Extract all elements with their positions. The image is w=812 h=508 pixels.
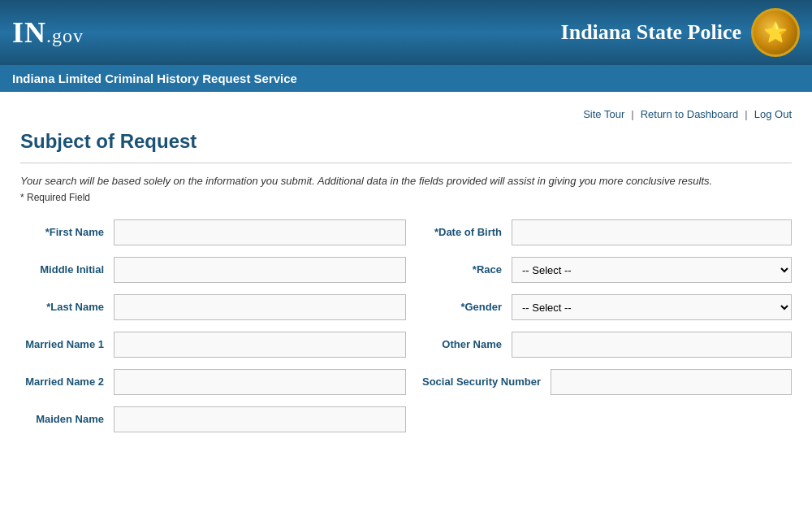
married-name-1-row: Married Name 1 bbox=[20, 332, 406, 358]
married-name-2-label: Married Name 2 bbox=[20, 376, 114, 389]
gender-row: *Gender -- Select -- Male Female bbox=[406, 294, 792, 320]
title-divider bbox=[20, 163, 792, 163]
middle-initial-label: Middle Initial bbox=[20, 263, 114, 277]
separator-2: | bbox=[745, 108, 747, 120]
first-name-row: *First Name bbox=[20, 219, 406, 245]
info-text: Your search will be based solely on the … bbox=[20, 175, 792, 187]
agency-area: Indiana State Police ⭐ bbox=[561, 0, 812, 65]
first-name-label: *First Name bbox=[20, 226, 114, 240]
married-name-1-input[interactable] bbox=[114, 332, 406, 358]
gender-select[interactable]: -- Select -- Male Female bbox=[512, 294, 792, 320]
top-nav: Site Tour | Return to Dashboard | Log Ou… bbox=[20, 108, 792, 120]
married-name-2-row: Married Name 2 bbox=[20, 369, 406, 395]
dob-label: *Date of Birth bbox=[422, 226, 512, 240]
form-grid: *First Name Middle Initial *Last Name Ma… bbox=[20, 219, 792, 444]
other-name-label: Other Name bbox=[422, 338, 512, 352]
first-name-input[interactable] bbox=[114, 219, 406, 245]
maiden-name-row: Maiden Name bbox=[20, 406, 406, 432]
race-select[interactable]: -- Select -- White Black Hispanic Asian … bbox=[512, 257, 792, 283]
site-tour-link[interactable]: Site Tour bbox=[583, 108, 624, 120]
logo-area: IN.gov bbox=[0, 0, 96, 65]
ingov-logo: IN.gov bbox=[12, 15, 84, 50]
ssn-input[interactable] bbox=[551, 369, 792, 395]
page-title: Subject of Request bbox=[20, 130, 792, 153]
sub-header: Indiana Limited Criminal History Request… bbox=[0, 65, 812, 92]
return-dashboard-link[interactable]: Return to Dashboard bbox=[641, 108, 739, 120]
badge-icon: ⭐ bbox=[751, 8, 800, 57]
last-name-label: *Last Name bbox=[20, 301, 114, 315]
maiden-name-input[interactable] bbox=[114, 406, 406, 432]
form-right: *Date of Birth *Race -- Select -- White … bbox=[406, 219, 792, 444]
race-label: *Race bbox=[422, 263, 512, 277]
race-row: *Race -- Select -- White Black Hispanic … bbox=[406, 257, 792, 283]
last-name-row: *Last Name bbox=[20, 294, 406, 320]
married-name-2-input[interactable] bbox=[114, 369, 406, 395]
middle-initial-input[interactable] bbox=[114, 257, 406, 283]
middle-initial-row: Middle Initial bbox=[20, 257, 406, 283]
other-name-row: Other Name bbox=[406, 332, 792, 358]
maiden-name-label: Maiden Name bbox=[20, 413, 114, 427]
ssn-label: Social Security Number bbox=[422, 376, 551, 389]
required-note: * Required Field bbox=[20, 192, 792, 203]
main-content: Site Tour | Return to Dashboard | Log Ou… bbox=[0, 92, 812, 460]
separator-1: | bbox=[631, 108, 633, 120]
sub-header-title: Indiana Limited Criminal History Request… bbox=[12, 72, 297, 85]
dob-input[interactable] bbox=[512, 219, 792, 245]
last-name-input[interactable] bbox=[114, 294, 406, 320]
ssn-row: Social Security Number bbox=[406, 369, 792, 395]
logout-link[interactable]: Log Out bbox=[754, 108, 792, 120]
other-name-input[interactable] bbox=[512, 332, 792, 358]
agency-name: Indiana State Police bbox=[561, 20, 741, 45]
site-header: IN.gov Indiana State Police ⭐ bbox=[0, 0, 812, 65]
gender-label: *Gender bbox=[422, 301, 512, 315]
form-left: *First Name Middle Initial *Last Name Ma… bbox=[20, 219, 406, 444]
dob-row: *Date of Birth bbox=[406, 219, 792, 245]
married-name-1-label: Married Name 1 bbox=[20, 338, 114, 352]
